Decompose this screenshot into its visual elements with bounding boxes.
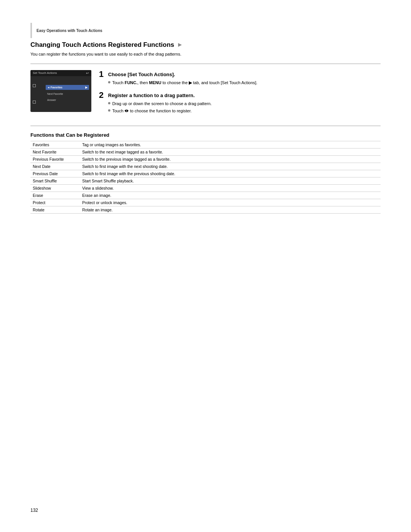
camera-main-area: ◄ Favorites ▶ Next Favorite Answer [30, 76, 91, 112]
steps-container: Set Touch Actions ↩ ◄ Favorite [30, 70, 381, 120]
table-cell-desc: Tag or untag images as favorites. [80, 141, 381, 148]
camera-back-icon: ↩ [86, 71, 89, 75]
table-row: Next DateSwitch to first image with the … [30, 163, 381, 170]
camera-checkbox-1 [33, 84, 36, 87]
section-bar-line [30, 23, 32, 38]
table-row: Previous DateSwitch to first image with … [30, 170, 381, 177]
step-1-block: 1 Choose [Set Touch Actions]. Touch FUNC… [99, 70, 381, 86]
section-bar: Easy Operations with Touch Actions [30, 23, 381, 38]
table-row: FavoritesTag or untag images as favorite… [30, 141, 381, 148]
table-row: Next FavoriteSwitch to the next image ta… [30, 148, 381, 155]
bullet-dot-icon [108, 81, 110, 83]
table-cell-name: Previous Favorite [30, 155, 80, 163]
chapter-desc: You can register the functions you want … [30, 51, 381, 58]
bullet-dot-icon-2 [108, 102, 110, 104]
bullet-dot-icon-3 [108, 109, 110, 112]
camera-top-label: Set Touch Actions [33, 71, 57, 75]
camera-highlight-text: ◄ Favorites [47, 86, 62, 89]
camera-normal-text-1: Next Favorite [47, 93, 63, 95]
step-1-bullet-1: Touch FUNC., then MENU to choose the ▶ t… [108, 80, 381, 86]
steps-right: 1 Choose [Set Touch Actions]. Touch FUNC… [99, 70, 381, 120]
table-cell-desc: Switch to first image with the next shoo… [80, 163, 381, 170]
table-cell-name: Next Date [30, 163, 80, 170]
step-1-number: 1 [99, 70, 105, 78]
divider [30, 64, 381, 64]
camera-normal-row-1: Next Favorite [46, 91, 89, 96]
step-1-title: Choose [Set Touch Actions]. [108, 70, 175, 77]
table-cell-desc: Switch to first image with the previous … [80, 170, 381, 177]
chapter-title-arrow-icon [178, 43, 182, 47]
table-row: ProtectProtect or unlock images. [30, 199, 381, 206]
step-1-header: 1 Choose [Set Touch Actions]. [99, 70, 381, 78]
page-container: Easy Operations with Touch Actions Chang… [0, 0, 411, 532]
camera-checkbox-2 [33, 101, 36, 104]
table-cell-name: Erase [30, 192, 80, 199]
step-1-bullet-1-text: Touch FUNC., then MENU to choose the ▶ t… [112, 80, 257, 86]
step-1-bullets: Touch FUNC., then MENU to choose the ▶ t… [108, 80, 381, 86]
step-2-bullets: Drag up or down the screen to choose a d… [108, 101, 381, 114]
step-2-title: Register a function to a drag pattern. [108, 91, 195, 98]
table-row: Previous FavoriteSwitch to the previous … [30, 155, 381, 163]
table-cell-name: Protect [30, 199, 80, 206]
camera-top-bar: Set Touch Actions ↩ [30, 70, 91, 76]
arrow-left-icon [124, 109, 126, 112]
lr-arrows-icon [124, 109, 129, 112]
chapter-title: Changing Touch Actions Registered Functi… [30, 41, 381, 49]
table-row: SlideshowView a slideshow. [30, 184, 381, 192]
table-cell-desc: View a slideshow. [80, 184, 381, 192]
table-cell-desc: Protect or unlock images. [80, 199, 381, 206]
table-cell-desc: Start Smart Shuffle playback. [80, 177, 381, 184]
table-cell-name: Favorites [30, 141, 80, 148]
table-cell-name: Slideshow [30, 184, 80, 192]
functions-section: Functions that Can be Registered Favorit… [30, 132, 381, 214]
table-cell-desc: Erase an image. [80, 192, 381, 199]
camera-right-panel: ◄ Favorites ▶ Next Favorite Answer [46, 78, 89, 110]
table-cell-name: Smart Shuffle [30, 177, 80, 184]
camera-normal-text-2: Answer [47, 99, 56, 101]
table-cell-name: Next Favorite [30, 148, 80, 155]
divider-2 [30, 126, 381, 126]
table-cell-name: Previous Date [30, 170, 80, 177]
camera-normal-row-2: Answer [46, 97, 89, 102]
section-label: Easy Operations with Touch Actions [37, 29, 102, 33]
step-2-bullet-2-text: Touch to choose the function to register… [112, 108, 192, 114]
step-2-bullet-1: Drag up or down the screen to choose a d… [108, 101, 381, 107]
camera-left-panel [33, 78, 44, 110]
table-cell-desc: Rotate an image. [80, 206, 381, 213]
table-row: Smart ShuffleStart Smart Shuffle playbac… [30, 177, 381, 184]
step-2-bullet-2: Touch to choose the function to register… [108, 108, 381, 114]
table-cell-name: Rotate [30, 206, 80, 213]
step-2-header: 2 Register a function to a drag pattern. [99, 91, 381, 99]
camera-highlight-row: ◄ Favorites ▶ [46, 85, 89, 90]
step-2-bullet-1-text: Drag up or down the screen to choose a d… [112, 101, 212, 107]
table-row: EraseErase an image. [30, 192, 381, 199]
functions-table: FavoritesTag or untag images as favorite… [30, 141, 381, 214]
arrow-right-icon [127, 109, 129, 112]
camera-screen-image: Set Touch Actions ↩ ◄ Favorite [30, 70, 91, 112]
table-row: RotateRotate an image. [30, 206, 381, 213]
step-2-number: 2 [99, 91, 105, 99]
camera-nav-arrows: ▶ [85, 86, 88, 89]
table-cell-desc: Switch to the previous image tagged as a… [80, 155, 381, 163]
page-number: 132 [30, 508, 38, 513]
camera-row-2 [33, 101, 44, 104]
camera-row-1 [33, 84, 44, 87]
table-cell-desc: Switch to the next image tagged as a fav… [80, 148, 381, 155]
functions-section-title: Functions that Can be Registered [30, 132, 381, 138]
step-2-block: 2 Register a function to a drag pattern.… [99, 91, 381, 114]
